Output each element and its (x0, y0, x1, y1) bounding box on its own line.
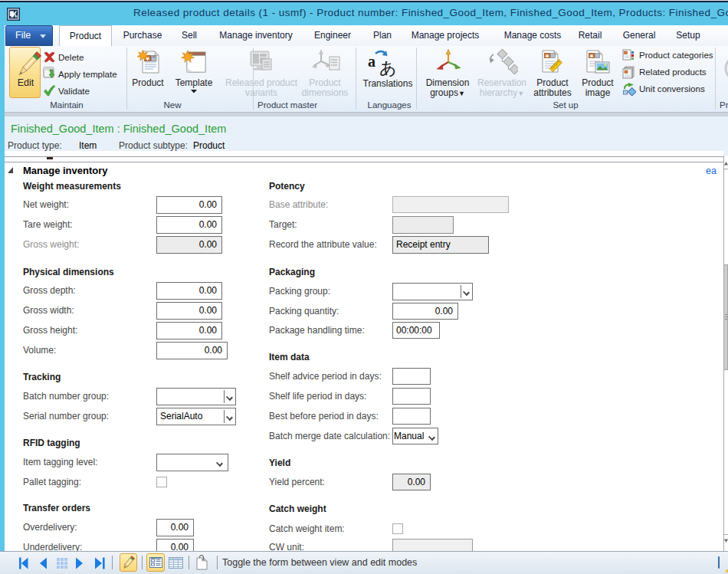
svg-text:a: a (368, 53, 375, 70)
svg-text:あ: あ (379, 58, 397, 77)
